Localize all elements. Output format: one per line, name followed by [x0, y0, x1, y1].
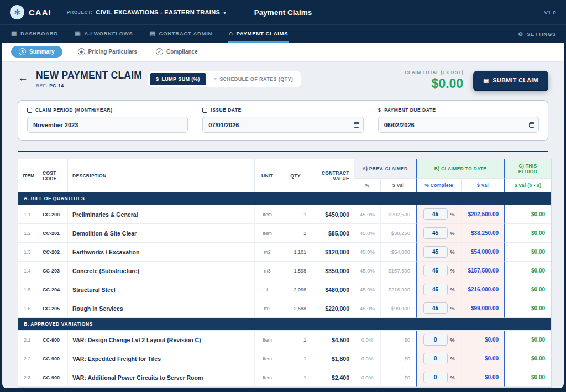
contract-value-cell: $85,000 — [311, 224, 354, 243]
percent-suffix: % — [450, 249, 455, 255]
percent-complete-input[interactable] — [423, 227, 448, 239]
item-number-cell: 2.1 — [18, 331, 38, 349]
this-period-val-cell: $0.00 — [505, 243, 551, 262]
nav-item-settings[interactable]: ⚙ SETTINGS — [518, 25, 556, 43]
title-block: NEW PAYMENT CLAIM REF: PC-14 — [36, 70, 142, 88]
unit-cell: Item — [255, 224, 280, 243]
payment-due-date-field: $ PAYMENT DUE DATE — [378, 107, 539, 133]
contract-value-cell: $1,800 — [311, 349, 354, 368]
col-header-contract-value: CONTRACT VALUE — [311, 159, 354, 192]
percent-complete-input[interactable] — [423, 353, 448, 364]
nav-item-ai-workflows[interactable]: ▣ A.I WORKFLOWS — [74, 25, 134, 43]
percent-suffix: % — [450, 212, 455, 217]
col-header-pct-complete: % Complete — [416, 179, 462, 192]
percent-suffix: % — [450, 287, 455, 292]
date-picker-icon[interactable] — [529, 122, 534, 128]
this-period-val-cell: $0.00 — [505, 205, 551, 224]
prev-claimed-val-cell: $216,000 — [381, 280, 416, 299]
pct-complete-cell: % — [416, 243, 462, 262]
table-row: 1.6CC-205Rough In Servicesm22,588$220,00… — [18, 299, 551, 318]
description-cell: Preliminaries & General — [68, 205, 255, 224]
claim-ref: REF: PC-14 — [36, 83, 142, 88]
issue-date-input-wrap — [202, 117, 363, 133]
cost-code-cell: CC-202 — [38, 243, 68, 262]
prev-claimed-val-cell: $38,250 — [381, 224, 416, 243]
percent-complete-input[interactable] — [423, 302, 448, 314]
percent-suffix: % — [450, 375, 455, 380]
contract-value-cell: $350,000 — [311, 262, 354, 280]
col-group-claimed-to-date: B) CLAIMED TO DATE — [416, 159, 505, 179]
col-header-item: ITEM — [18, 159, 38, 192]
col-group-this-period: C) THIS PERIOD — [505, 159, 551, 179]
sub-nav: $ Summary ◈ Pricing Particulars ✓ Compli… — [2, 43, 564, 61]
chevron-down-icon: ▾ — [223, 9, 226, 15]
dollar-circle-icon: $ — [19, 48, 26, 55]
back-arrow-icon[interactable]: ← — [18, 72, 28, 84]
prev-claimed-pct-cell: 0.0% — [354, 331, 381, 349]
project-label: PROJECT: — [67, 9, 93, 15]
schedule-of-rates-toggle-button[interactable]: ≡ SCHEDULE OF RATES (QTY) — [208, 73, 300, 85]
percent-complete-input[interactable] — [423, 246, 448, 258]
project-selector[interactable]: PROJECT: CIVIL EXCAVATIONS - EASTERN TRA… — [67, 9, 226, 15]
nav-label: A.I WORKFLOWS — [84, 30, 133, 36]
main-nav: ▦ DASHBOARD ▣ A.I WORKFLOWS ▤ CONTRACT A… — [0, 24, 566, 43]
unit-cell: Item — [255, 368, 280, 387]
col-header-cost-code: COST CODE — [38, 159, 68, 192]
dollar-icon: $ — [378, 107, 381, 113]
gear-icon: ⚙ — [518, 31, 523, 37]
unit-cell: m2 — [255, 299, 280, 318]
content-shell: $ Summary ◈ Pricing Particulars ✓ Compli… — [2, 43, 564, 388]
submit-claim-button[interactable]: ▤ SUBMIT CLAIM — [473, 71, 548, 90]
percent-complete-input[interactable] — [423, 334, 448, 346]
percent-complete-input[interactable] — [423, 284, 448, 295]
table-row: 1.1CC-200Preliminaries & GeneralItem1$45… — [18, 205, 551, 224]
nav-item-dashboard[interactable]: ▦ DASHBOARD — [10, 25, 59, 43]
contract-value-cell: $220,000 — [311, 299, 354, 318]
description-cell: Demolition & Site Clear — [68, 224, 255, 243]
field-label: PAYMENT DUE DATE — [384, 107, 436, 113]
submit-icon: ▤ — [483, 77, 489, 83]
nav-item-payment-claims[interactable]: ⌂ PAYMENT CLAIMS — [228, 25, 289, 43]
percent-complete-input[interactable] — [423, 208, 448, 220]
nav-label: PAYMENT CLAIMS — [237, 30, 289, 36]
cost-code-cell: CC-201 — [38, 224, 68, 243]
col-header-description: DESCRIPTION — [68, 159, 255, 192]
claimed-to-date-val-cell: $99,000.00 — [462, 299, 505, 318]
cost-code-cell: CC-205 — [38, 299, 68, 318]
percent-complete-input[interactable] — [423, 265, 448, 276]
table-row: 1.4CC-203Concrete (Substructure)m31,598$… — [18, 262, 551, 280]
prev-claimed-val-cell: $0 — [381, 368, 416, 387]
tab-summary[interactable]: $ Summary — [11, 46, 62, 58]
percent-complete-input[interactable] — [423, 372, 448, 383]
pct-complete-cell: % — [416, 224, 462, 243]
item-number-cell: 1.1 — [18, 205, 38, 224]
payment-due-date-input[interactable] — [378, 117, 539, 133]
prev-claimed-val-cell: $157,500 — [381, 262, 416, 280]
claim-period-input[interactable] — [27, 117, 188, 133]
nav-item-contract-admin[interactable]: ▤ CONTRACT ADMIN — [149, 25, 214, 43]
section-title: A. BILL OF QUANTITIES — [18, 192, 551, 205]
claimed-to-date-val-cell: $216,000.00 — [462, 280, 505, 299]
qty-cell: 2,588 — [280, 299, 311, 318]
claimed-to-date-val-cell: $0.00 — [462, 349, 505, 368]
table-row: 1.5CC-204Structural Steelt2,096$480,0004… — [18, 280, 551, 299]
table-row: 1.2CC-201Demolition & Site ClearItem1$85… — [18, 224, 551, 243]
unit-cell: m3 — [255, 262, 280, 280]
claim-period-field: CLAIM PERIOD (MONTH/YEAR) — [27, 107, 188, 133]
date-picker-icon[interactable] — [354, 122, 359, 128]
issue-date-input[interactable] — [202, 117, 363, 133]
prev-claimed-val-cell: $54,000 — [381, 243, 416, 262]
section-divider — [18, 151, 548, 152]
claim-mode-toggle: $ LUMP SUM (%) ≡ SCHEDULE OF RATES (QTY) — [148, 71, 301, 87]
claims-table-body: A. BILL OF QUANTITIES1.1CC-200Preliminar… — [18, 192, 551, 387]
this-period-val-cell: $0.00 — [505, 262, 551, 280]
calendar-icon — [27, 108, 32, 113]
contract-value-cell: $2,400 — [311, 368, 354, 387]
tab-pricing-particulars[interactable]: ◈ Pricing Particulars — [75, 46, 140, 58]
lump-sum-toggle-button[interactable]: $ LUMP SUM (%) — [150, 73, 206, 85]
tab-compliance[interactable]: ✓ Compliance — [153, 46, 201, 58]
prev-claimed-pct-cell: 45.0% — [354, 280, 381, 299]
percent-suffix: % — [450, 356, 455, 362]
issue-date-label: ISSUE DATE — [202, 107, 363, 113]
table-row: 2.1CC-900VAR: Design Change Lvl 2 Layout… — [18, 331, 551, 349]
